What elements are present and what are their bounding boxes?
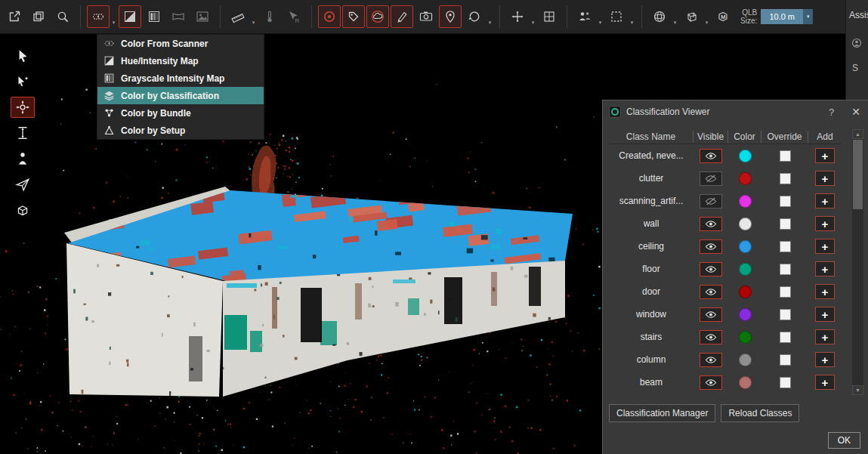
tag-button[interactable]	[342, 5, 365, 28]
orbit-mode-button[interactable]	[463, 5, 486, 28]
class-color-swatch[interactable]	[739, 331, 752, 344]
scroll-down-icon[interactable]: ▼	[852, 385, 863, 395]
close-icon[interactable]: ✕	[851, 106, 860, 118]
add-to-class-button[interactable]: +	[815, 329, 835, 344]
override-checkbox[interactable]	[780, 332, 791, 343]
add-to-class-button[interactable]: +	[815, 216, 835, 231]
selection-mode-button[interactable]	[605, 5, 628, 28]
add-to-class-button[interactable]: +	[815, 193, 835, 208]
collaboration-button-caret-icon[interactable]: ▾	[597, 5, 604, 28]
fly-tool[interactable]	[11, 174, 35, 195]
clipping-box-tool[interactable]	[11, 199, 35, 221]
assistant-panel-tab[interactable]: Assis S	[845, 0, 868, 100]
visibility-on-eye-icon[interactable]	[700, 239, 722, 254]
visibility-off-eye-icon[interactable]	[700, 171, 722, 186]
visibility-on-eye-icon[interactable]	[700, 285, 722, 299]
view-3d-button-caret-icon[interactable]: ▾	[672, 5, 678, 28]
registration-button[interactable]	[538, 5, 561, 28]
visibility-on-eye-icon[interactable]	[700, 149, 722, 163]
class-color-swatch[interactable]	[739, 286, 752, 298]
model-view-button[interactable]: M	[712, 5, 734, 28]
orbit-mode-button-caret-icon[interactable]: ▾	[487, 5, 493, 28]
class-color-swatch[interactable]	[739, 240, 752, 253]
zoom-reset-button[interactable]	[51, 5, 74, 28]
override-checkbox[interactable]	[780, 264, 791, 275]
visibility-on-eye-icon[interactable]	[700, 307, 722, 322]
override-checkbox[interactable]	[780, 286, 791, 298]
color-mode-option-0[interactable]: Color From Scanner	[97, 35, 264, 52]
select-points-tool[interactable]	[11, 71, 35, 92]
cloud-annotation-button[interactable]	[366, 5, 389, 28]
visibility-on-eye-icon[interactable]	[700, 353, 722, 367]
selection-mode-button-caret-icon[interactable]: ▾	[629, 5, 635, 28]
add-to-class-button[interactable]: +	[815, 261, 835, 276]
override-checkbox[interactable]	[780, 377, 791, 388]
location-pin-button[interactable]	[439, 5, 462, 28]
override-checkbox[interactable]	[780, 354, 791, 366]
class-color-swatch[interactable]	[739, 172, 752, 185]
override-checkbox[interactable]	[780, 309, 791, 320]
wireframe-view-button[interactable]	[680, 5, 703, 28]
color-mode-option-5[interactable]: Color by Setup	[97, 122, 264, 139]
reload-classes-button[interactable]: Reload Classes	[721, 404, 799, 422]
visibility-off-eye-icon[interactable]	[700, 194, 722, 208]
class-table-scrollbar[interactable]: ▲ ▼	[852, 129, 863, 395]
image-view-button[interactable]	[191, 5, 214, 28]
measure-button-caret-icon[interactable]: ▾	[250, 5, 257, 28]
class-color-swatch[interactable]	[739, 308, 752, 321]
add-to-class-button[interactable]: +	[815, 307, 835, 322]
visibility-on-eye-icon[interactable]	[700, 262, 722, 276]
color-mode-option-2[interactable]: Grayscale Intensity Map	[97, 69, 264, 87]
measure-button[interactable]	[227, 5, 249, 28]
visibility-on-eye-icon[interactable]	[700, 217, 722, 231]
color-mode-option-3[interactable]: Color by Classification	[97, 87, 264, 104]
ok-button[interactable]: OK	[828, 432, 860, 449]
collaboration-button[interactable]	[573, 5, 596, 28]
color-mode-option-4[interactable]: Color by Bundle	[97, 104, 264, 122]
class-color-swatch[interactable]	[739, 195, 752, 208]
select-tool[interactable]	[11, 45, 35, 66]
color-from-scanner-button-caret-icon[interactable]: ▾	[110, 5, 117, 28]
orbit-tool[interactable]	[11, 97, 35, 118]
grayscale-intensity-button[interactable]	[143, 5, 165, 28]
snapshot-button[interactable]	[415, 5, 437, 28]
add-to-class-button[interactable]: +	[815, 239, 835, 254]
target-marker-button[interactable]	[318, 5, 341, 28]
walkthrough-tool[interactable]	[11, 148, 35, 169]
transform-button-caret-icon[interactable]: ▾	[530, 5, 536, 28]
add-to-class-button[interactable]: +	[815, 352, 835, 367]
wireframe-view-button-caret-icon[interactable]: ▾	[703, 5, 710, 28]
classification-manager-button[interactable]: Classification Manager	[609, 404, 715, 422]
add-to-class-button[interactable]: +	[815, 284, 835, 299]
qlb-size-select[interactable]: 10.0 m ▾	[761, 9, 813, 24]
class-color-swatch[interactable]	[739, 354, 752, 366]
transform-button[interactable]	[506, 5, 529, 28]
class-color-swatch[interactable]	[739, 218, 752, 230]
class-color-swatch[interactable]	[739, 263, 752, 276]
override-checkbox[interactable]	[780, 218, 791, 230]
clone-view-button[interactable]	[27, 5, 50, 28]
marker-pen-button[interactable]	[391, 5, 413, 28]
override-checkbox[interactable]	[780, 150, 791, 162]
color-mode-option-1[interactable]: Hue/Intensity Map	[97, 52, 264, 69]
override-checkbox[interactable]	[780, 173, 791, 184]
help-button[interactable]: ?	[829, 107, 834, 118]
override-checkbox[interactable]	[780, 196, 791, 207]
visibility-on-eye-icon[interactable]	[700, 375, 722, 390]
temperature-button[interactable]	[258, 5, 281, 28]
add-to-class-button[interactable]: +	[815, 148, 835, 163]
add-to-class-button[interactable]: +	[815, 171, 835, 186]
class-color-swatch[interactable]	[739, 150, 752, 162]
new-project-button[interactable]	[3, 5, 26, 28]
height-measure-tool[interactable]	[11, 122, 35, 144]
qlb-size-value[interactable]: 10.0 m	[761, 9, 803, 24]
qlb-size-caret-icon[interactable]: ▾	[803, 9, 813, 24]
scrollbar-thumb[interactable]	[853, 140, 863, 209]
hue-intensity-button[interactable]	[119, 5, 141, 28]
pano-view-button[interactable]	[167, 5, 190, 28]
add-to-class-button[interactable]: +	[815, 375, 835, 390]
visibility-on-eye-icon[interactable]	[700, 330, 722, 344]
view-3d-button[interactable]	[648, 5, 671, 28]
pick-point-button[interactable]: R	[283, 5, 305, 28]
override-checkbox[interactable]	[780, 241, 791, 252]
